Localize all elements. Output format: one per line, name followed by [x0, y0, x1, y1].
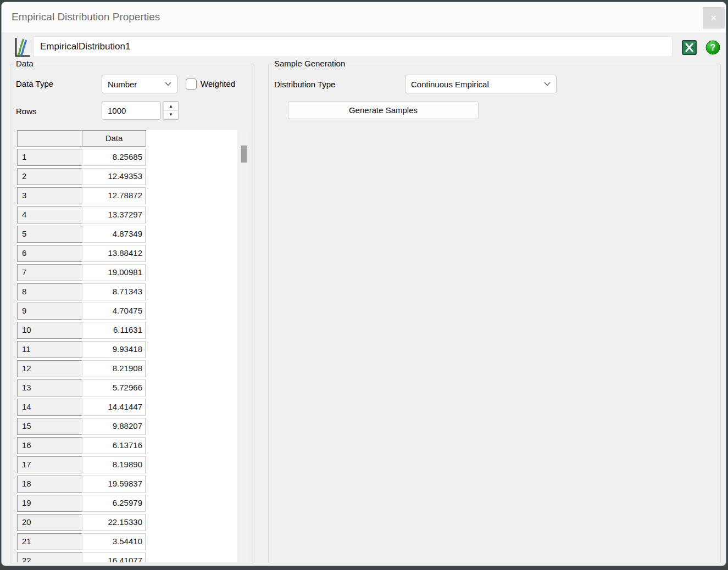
data-cell[interactable]: 5.72966	[82, 379, 146, 396]
data-cell[interactable]: 6.25979	[82, 495, 146, 512]
weighted-checkbox[interactable]	[186, 79, 197, 90]
table-scrollbar[interactable]	[239, 130, 249, 562]
data-cell[interactable]: 12.49353	[82, 168, 146, 185]
table-row: 88.71343	[17, 283, 146, 303]
row-header-cell[interactable]: 19	[17, 495, 82, 512]
data-type-value: Number	[108, 80, 137, 89]
data-cell[interactable]: 19.59837	[82, 476, 146, 493]
down-arrow-icon: ▼	[169, 112, 173, 117]
table-row: 18.25685	[17, 149, 146, 168]
close-button[interactable]: ×	[703, 7, 725, 29]
table-row: 119.93418	[17, 341, 146, 360]
data-cell[interactable]: 19.00981	[82, 264, 146, 281]
name-input[interactable]	[33, 36, 673, 57]
data-cell[interactable]: 22.15330	[82, 514, 146, 531]
weighted-label: Weighted	[201, 79, 235, 88]
data-cell[interactable]: 8.25685	[82, 149, 146, 166]
row-header-cell[interactable]: 15	[17, 418, 82, 435]
table-row: 312.78872	[17, 187, 146, 206]
dialog-title: Empirical Distribution Properties	[12, 11, 160, 23]
table-row: 2216.41077	[17, 552, 146, 562]
row-header-cell[interactable]: 17	[17, 456, 82, 473]
data-cell[interactable]: 13.88412	[82, 245, 146, 262]
row-header-cell[interactable]: 3	[17, 187, 82, 204]
row-header-cell[interactable]: 1	[17, 149, 82, 166]
spinner-down-button[interactable]: ▼	[163, 110, 179, 120]
table-row: 106.11631	[17, 322, 146, 341]
row-header-cell[interactable]: 4	[17, 206, 82, 223]
row-header-cell[interactable]: 13	[17, 379, 82, 396]
data-type-label: Data Type	[16, 79, 53, 88]
grid-rows: 18.25685212.49353312.78872413.3729754.87…	[17, 149, 146, 562]
spinner-up-button[interactable]: ▲	[163, 102, 179, 110]
chevron-down-icon	[544, 82, 551, 86]
table-row: 178.19890	[17, 456, 146, 476]
data-table: Data 18.25685212.49353312.78872413.37297…	[17, 130, 237, 562]
data-cell[interactable]: 8.19890	[82, 456, 146, 473]
close-icon: ×	[711, 13, 716, 23]
excel-export-icon[interactable]	[682, 40, 697, 55]
data-cell[interactable]: 6.11631	[82, 322, 146, 339]
data-cell[interactable]: 8.21908	[82, 360, 146, 377]
row-header-cell[interactable]: 9	[17, 303, 82, 320]
data-cell[interactable]: 6.13716	[82, 437, 146, 454]
table-row: 413.37297	[17, 206, 146, 226]
row-header-cell[interactable]: 18	[17, 476, 82, 493]
help-icon[interactable]: ?	[705, 40, 720, 55]
data-cell[interactable]: 9.88207	[82, 418, 146, 435]
generate-samples-button[interactable]: Generate Samples	[288, 101, 479, 119]
row-header-cell[interactable]: 8	[17, 283, 82, 300]
distribution-type-label: Distribution Type	[274, 80, 335, 89]
chevron-down-icon	[165, 82, 171, 86]
sample-generation-group: Sample Generation Distribution Type Cont…	[268, 64, 721, 563]
table-row: 166.13716	[17, 437, 146, 456]
table-row: 1819.59837	[17, 476, 146, 495]
table-row: 128.21908	[17, 360, 146, 379]
rows-label: Rows	[16, 107, 37, 116]
row-header-cell[interactable]: 16	[17, 437, 82, 454]
table-row: 2022.15330	[17, 514, 146, 533]
rows-spinner: ▲ ▼	[163, 101, 179, 120]
distribution-type-dropdown[interactable]: Continuous Empirical	[405, 75, 557, 93]
data-cell[interactable]: 8.71343	[82, 283, 146, 300]
data-cell[interactable]: 16.41077	[82, 552, 146, 562]
row-header-cell[interactable]: 5	[17, 226, 82, 243]
table-row: 613.88412	[17, 245, 146, 264]
data-cell[interactable]: 13.37297	[82, 206, 146, 223]
generate-samples-label: Generate Samples	[349, 105, 418, 115]
row-header-cell[interactable]: 20	[17, 514, 82, 531]
scrollbar-thumb[interactable]	[241, 146, 247, 163]
rows-input[interactable]	[102, 101, 161, 120]
table-row: 212.49353	[17, 168, 146, 187]
row-header-cell[interactable]: 14	[17, 399, 82, 416]
data-type-dropdown[interactable]: Number	[102, 75, 177, 93]
corner-header-cell[interactable]	[17, 130, 82, 147]
data-cell[interactable]: 4.70475	[82, 303, 146, 320]
data-group: Data Data Type Number Weighted Rows ▲ ▼ …	[10, 64, 254, 563]
data-column-header[interactable]: Data	[82, 130, 146, 147]
row-header-cell[interactable]: 21	[17, 533, 82, 550]
table-row: 213.54410	[17, 533, 146, 552]
data-cell[interactable]: 14.41447	[82, 399, 146, 416]
table-row: 159.88207	[17, 418, 146, 437]
data-cell[interactable]: 12.78872	[82, 187, 146, 204]
table-row: 54.87349	[17, 226, 146, 245]
row-header-cell[interactable]: 10	[17, 322, 82, 339]
row-header-cell[interactable]: 22	[17, 552, 82, 562]
svg-text:?: ?	[710, 43, 716, 52]
distribution-type-value: Continuous Empirical	[411, 80, 489, 89]
row-header-cell[interactable]: 7	[17, 264, 82, 281]
title-bar: Empirical Distribution Properties ×	[2, 2, 726, 32]
data-group-legend: Data	[14, 58, 36, 69]
empirical-distribution-properties-dialog: Empirical Distribution Properties × ? Da…	[1, 2, 726, 566]
sample-group-legend: Sample Generation	[272, 58, 347, 69]
row-header-cell[interactable]: 12	[17, 360, 82, 377]
data-cell[interactable]: 4.87349	[82, 226, 146, 243]
row-header-cell[interactable]: 11	[17, 341, 82, 358]
row-header-cell[interactable]: 6	[17, 245, 82, 262]
data-cell[interactable]: 3.54410	[82, 533, 146, 550]
row-header-cell[interactable]: 2	[17, 168, 82, 185]
data-cell[interactable]: 9.93418	[82, 341, 146, 358]
distribution-curve-icon	[14, 36, 31, 59]
table-row: 135.72966	[17, 379, 146, 399]
